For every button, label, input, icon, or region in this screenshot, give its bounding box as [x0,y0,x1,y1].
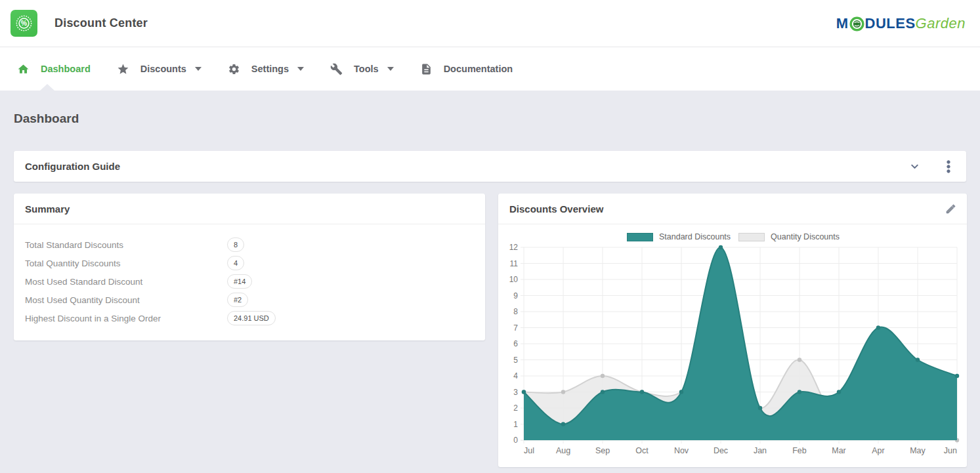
nav-item-tools[interactable]: Tools [317,47,407,91]
summary-row-label: Total Standard Discounts [25,240,227,250]
summary-row-label: Most Used Standard Discount [25,277,227,287]
nav-item-settings[interactable]: Settings [215,47,317,91]
data-point-series-0 [601,390,605,394]
x-tick-label: Apr [872,446,884,455]
data-point-series-0 [561,422,565,426]
data-point-series-1 [601,374,605,378]
legend-label: Quantity Discounts [771,232,840,241]
legend-swatch-standard [627,233,653,241]
nav-item-documentation[interactable]: Documentation [407,47,526,91]
nav-item-label: Tools [354,64,379,74]
y-tick-label: 1 [513,420,518,429]
data-point-series-0 [837,390,841,394]
y-tick-label: 7 [513,323,518,333]
x-tick-label: Feb [792,446,807,455]
edit-pencil-button[interactable] [944,202,958,216]
x-tick-label: Mar [832,446,846,455]
nav-item-discounts[interactable]: Discounts [104,47,215,91]
data-point-series-1 [561,390,565,394]
summary-row-total-quantity: Total Quantity Discounts 4 [25,254,474,272]
caret-down-icon [195,67,202,71]
discounts-overview-title: Discounts Overview [509,203,603,215]
app-title: Discount Center [54,16,148,30]
x-tick-label: Aug [556,446,570,455]
y-tick-label: 4 [513,371,518,380]
summary-value-badge: #2 [227,293,248,306]
x-tick-label: Sep [595,446,610,455]
nav-item-label: Settings [251,64,289,74]
discounts-overview-card: Discounts Overview Standard Discounts Qu… [498,194,967,467]
x-tick-label: Jun [944,446,957,455]
collapse-chevron-button[interactable] [908,159,922,173]
x-tick-label: May [910,446,926,455]
configuration-guide-title: Configuration Guide [25,161,120,172]
logo-text-garden: Garden [916,16,966,31]
page-title: Dashboard [14,112,966,126]
area-chart: 0123456789101112JulAugSepOctNovDecJanFeb… [506,241,960,462]
y-tick-label: 0 [513,436,518,445]
app-header: % Discount Center M DULESGarden [0,0,980,47]
summary-row-highest-discount: Highest Discount in a Single Order 24.91… [25,309,474,327]
summary-row-total-standard: Total Standard Discounts 8 [25,236,474,254]
x-tick-label: Nov [674,446,689,455]
data-point-series-0 [522,390,526,394]
summary-card: Summary Total Standard Discounts 8 Total… [14,194,485,340]
configuration-guide-panel: Configuration Guide [14,151,966,182]
caret-down-icon [387,67,394,71]
summary-row-most-used-standard: Most Used Standard Discount #14 [25,272,474,291]
y-tick-label: 8 [513,307,518,316]
legend-item-standard-discounts[interactable]: Standard Discounts [627,232,731,241]
modulesgarden-logo[interactable]: M DULESGarden [836,16,966,31]
chart-legend: Standard Discounts Quantity Discounts [506,232,960,241]
data-point-series-0 [876,325,880,329]
summary-row-label: Highest Discount in a Single Order [25,314,227,323]
wrench-icon [330,63,343,75]
y-tick-label: 12 [509,243,519,252]
legend-label: Standard Discounts [659,232,731,241]
summary-value-badge: #14 [227,274,252,288]
summary-value-badge: 8 [227,237,244,251]
x-tick-label: Jul [524,446,534,455]
data-point-series-0 [640,390,644,394]
svg-text:%: % [21,19,28,27]
summary-value-badge: 4 [227,256,244,270]
x-tick-label: Oct [635,446,649,455]
discount-badge-icon: % [11,10,37,37]
main-nav: Dashboard Discounts Settings Tools Docum… [0,47,980,91]
y-tick-label: 11 [510,259,519,268]
data-point-series-0 [916,358,920,361]
kebab-menu-button[interactable] [945,159,952,175]
caret-down-icon [297,67,304,71]
summary-title: Summary [25,203,70,215]
y-tick-label: 9 [513,291,518,300]
y-tick-label: 6 [513,339,518,348]
logo-globe-icon [849,16,864,31]
data-point-series-0 [955,374,959,378]
logo-text-dules: DULES [865,16,916,31]
x-tick-label: Jan [754,446,767,455]
summary-value-badge: 24.91 USD [227,311,276,325]
page-content: Dashboard Configuration Guide Summary To… [0,112,980,467]
legend-item-quantity-discounts[interactable]: Quantity Discounts [738,232,840,241]
discounts-overview-header: Discounts Overview [498,194,967,224]
legend-swatch-quantity [738,233,765,241]
home-icon [17,63,30,75]
y-tick-label: 2 [513,403,518,413]
nav-item-label: Dashboard [41,64,91,74]
data-point-series-0 [679,390,683,394]
document-icon [420,63,433,75]
data-point-series-1 [798,358,801,361]
summary-row-most-used-quantity: Most Used Quantity Discount #2 [25,291,474,309]
logo-text-m: M [836,16,849,31]
gear-icon [228,63,240,75]
data-point-series-0 [758,406,762,410]
star-icon [117,63,129,75]
active-tab-notch [40,84,54,91]
x-tick-label: Dec [714,446,728,455]
y-tick-label: 3 [513,388,518,397]
data-point-series-0 [798,390,801,394]
y-tick-label: 5 [513,356,518,365]
summary-card-header: Summary [14,194,485,224]
chart-svg: 0123456789101112JulAugSepOctNovDecJanFeb… [506,241,960,459]
nav-item-label: Documentation [444,64,513,74]
